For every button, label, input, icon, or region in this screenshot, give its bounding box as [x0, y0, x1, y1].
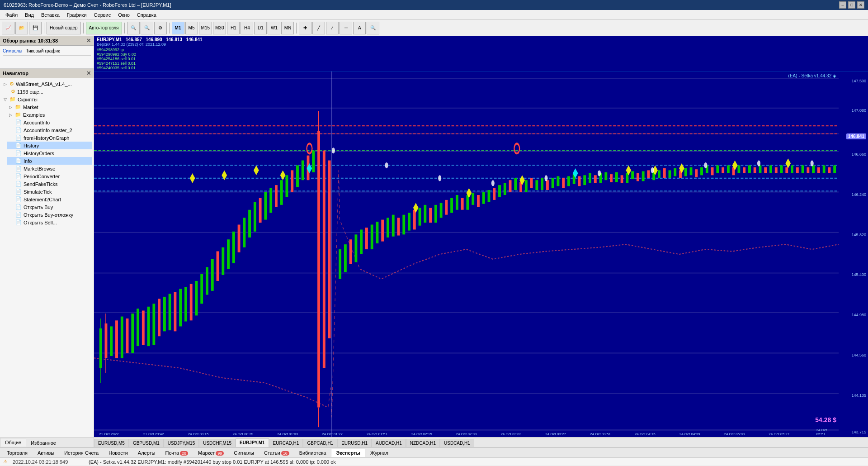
tf-h4[interactable]: H4 — [241, 22, 253, 34]
btm-tab-journal[interactable]: Журнал — [365, 449, 393, 457]
nav-item-info[interactable]: 📄 Info — [7, 157, 92, 165]
btm-tab-alerts[interactable]: Алерты — [133, 449, 160, 457]
tf-m1[interactable]: M1 — [172, 22, 184, 34]
zoom-out-button[interactable]: 🔍 — [141, 22, 153, 34]
sym-tab-eurusd-h1[interactable]: EURUSD,H1 — [337, 439, 372, 447]
tf-h1[interactable]: H1 — [227, 22, 240, 34]
nav-item-simulatetick[interactable]: 📄 SimulateTick — [7, 188, 92, 195]
sym-tab-eurjpy-m1[interactable]: EURJPY,M1 — [236, 438, 269, 447]
hline-button[interactable]: ─ — [340, 22, 352, 34]
nav-item-opensell[interactable]: 📄 Открыть Sell... — [7, 219, 92, 226]
svg-rect-105 — [535, 180, 538, 190]
nav-item-openbuy[interactable]: 📄 Открыть Buy — [7, 203, 92, 211]
sym-tab-audcad-h1[interactable]: AUDCAD,H1 — [372, 439, 406, 447]
svg-rect-85 — [429, 208, 432, 223]
nav-item-statement2chart[interactable]: 📄 Statement2Chart — [7, 195, 92, 203]
nav-item-accountinfo2[interactable]: 📄 AccountInfo-master_2 — [7, 126, 92, 134]
svg-rect-46 — [227, 239, 230, 269]
close-button[interactable]: ✕ — [857, 1, 864, 9]
nav-openbuy-pending-label: Открыть Buy-отложку — [24, 212, 73, 218]
svg-rect-133 — [684, 168, 687, 176]
sym-tab-nzdcad-h1[interactable]: NZDCAD,H1 — [406, 439, 440, 447]
search-button[interactable]: 🔍 — [367, 22, 379, 34]
svg-rect-88 — [445, 200, 448, 215]
crosshair-button[interactable]: ✚ — [299, 22, 311, 34]
btm-tab-experts[interactable]: Эксперты — [331, 449, 365, 457]
chart-canvas[interactable]: (EA) - Setka v1.44.32 ◈ 54.28 $ 147.500 … — [94, 71, 868, 437]
nav-item-history[interactable]: 📄 History — [7, 142, 92, 149]
sym-tab-eurcad-h1[interactable]: EURCAD,H1 — [269, 439, 303, 447]
sym-tab-gbpcad-h1[interactable]: GBPCAD,H1 — [303, 439, 337, 447]
time-24oct0127: 24 Oct 01:27 — [322, 432, 343, 436]
tf-w1[interactable]: W1 — [268, 22, 280, 34]
tf-m5[interactable]: M5 — [185, 22, 198, 34]
menu-help[interactable]: Справка — [133, 11, 160, 19]
nav-item-examples[interactable]: ▷ 📁 Examples — [7, 111, 92, 119]
menu-service[interactable]: Сервис — [90, 11, 115, 19]
btm-tab-market[interactable]: Маркет99 — [193, 449, 229, 457]
svg-rect-52 — [259, 198, 262, 223]
nav-item-marketbrowse[interactable]: 📄 MarketBrowse — [7, 165, 92, 172]
window-title: 61025963: RoboForex-Demo – Демо Счет - R… — [4, 2, 839, 8]
minimize-button[interactable]: – — [839, 1, 846, 9]
market-watch-close[interactable]: ✕ — [86, 38, 91, 44]
nav-tab-general[interactable]: Общие — [0, 438, 26, 447]
nav-script-icon-openbuy: 📄 — [15, 204, 22, 210]
menu-charts[interactable]: Графики — [63, 11, 90, 19]
sym-tab-usdcad-h1[interactable]: USDCAD,H1 — [440, 439, 474, 447]
nav-tab-favorites[interactable]: Избранное — [26, 439, 61, 447]
new-chart-button[interactable]: 📈 — [2, 22, 14, 34]
menu-view[interactable]: Вид — [21, 11, 38, 19]
nav-item-wallstreet[interactable]: ▷ ⚙ WallStreet_ASIA_v1.4_... — [2, 80, 92, 88]
menu-file[interactable]: Файл — [2, 11, 21, 19]
trend-button[interactable]: ∕ — [326, 22, 339, 34]
btm-tab-signals[interactable]: Сигналы — [229, 449, 259, 457]
btm-tab-library[interactable]: Библиотека — [294, 449, 331, 457]
open-button[interactable]: 📂 — [15, 22, 28, 34]
auto-trading-button[interactable]: Авто-торговля — [86, 22, 122, 34]
btm-tab-torgovlya[interactable]: Торговля — [2, 449, 33, 457]
svg-rect-51 — [254, 202, 256, 232]
sym-tab-gbpusd-m1[interactable]: GBPUSD,M1 — [129, 439, 164, 447]
text-button[interactable]: A — [353, 22, 366, 34]
tf-m30[interactable]: M30 — [213, 22, 226, 34]
save-button[interactable]: 💾 — [29, 22, 42, 34]
nav-item-fromhistory[interactable]: 📄 fromHistoryOnGraph — [7, 134, 92, 142]
svg-point-185 — [704, 162, 707, 168]
tf-m15[interactable]: M15 — [199, 22, 212, 34]
nav-item-historyorders[interactable]: 📄 HistoryOrders — [7, 149, 92, 157]
nav-item-sendfaketicks[interactable]: 📄 SendFakeTicks — [7, 180, 92, 188]
new-order-button[interactable]: Новый ордер — [47, 22, 81, 34]
market-watch-symbols-tab[interactable]: Символы — [3, 48, 22, 53]
tf-mn[interactable]: MN — [281, 22, 294, 34]
svg-rect-108 — [552, 178, 554, 188]
nav-item-scripts-folder[interactable]: ▽ 📁 Скрипты — [2, 95, 92, 103]
navigator-close[interactable]: ✕ — [86, 70, 91, 76]
svg-rect-118 — [604, 172, 607, 180]
market-watch-tick-tab[interactable]: Тиковый график — [26, 48, 60, 53]
menu-window[interactable]: Окно — [114, 11, 133, 19]
btm-tab-novosti[interactable]: Новости — [104, 449, 133, 457]
nav-item-openbuy-pending[interactable]: 📄 Открыть Buy-отложку — [7, 211, 92, 219]
btm-tab-articles[interactable]: Статьи16 — [259, 449, 294, 457]
btm-tab-mail[interactable]: Почта28 — [160, 449, 193, 457]
svg-rect-104 — [530, 178, 533, 188]
sym-tab-usdchf-m15[interactable]: USDCHF,M15 — [199, 439, 236, 447]
svg-marker-163 — [222, 170, 227, 180]
zoom-in-button[interactable]: 🔍 — [127, 22, 140, 34]
nav-item-more[interactable]: ⚙ 1193 еще... — [2, 88, 92, 95]
nav-item-periodconverter[interactable]: 📄 PeriodConverter — [7, 172, 92, 180]
btm-tab-aktivy[interactable]: Активы — [33, 449, 59, 457]
line-button[interactable]: ╱ — [312, 22, 325, 34]
svg-point-184 — [651, 167, 654, 173]
sym-tab-usdjpy-m15[interactable]: USDJPY,M15 — [164, 439, 199, 447]
maximize-button[interactable]: □ — [848, 1, 855, 9]
nav-item-accountinfo[interactable]: 📄 AccountInfo — [7, 119, 92, 126]
properties-button[interactable]: ⚙ — [154, 22, 167, 34]
nav-item-market[interactable]: ▷ 📁 Market — [7, 103, 92, 111]
menu-insert[interactable]: Вставка — [38, 11, 63, 19]
btm-tab-history[interactable]: История Счета — [59, 449, 104, 457]
sym-tab-eurusd-m5[interactable]: EURUSD,M5 — [94, 439, 129, 447]
svg-rect-92 — [467, 195, 469, 210]
tf-d1[interactable]: D1 — [254, 22, 267, 34]
